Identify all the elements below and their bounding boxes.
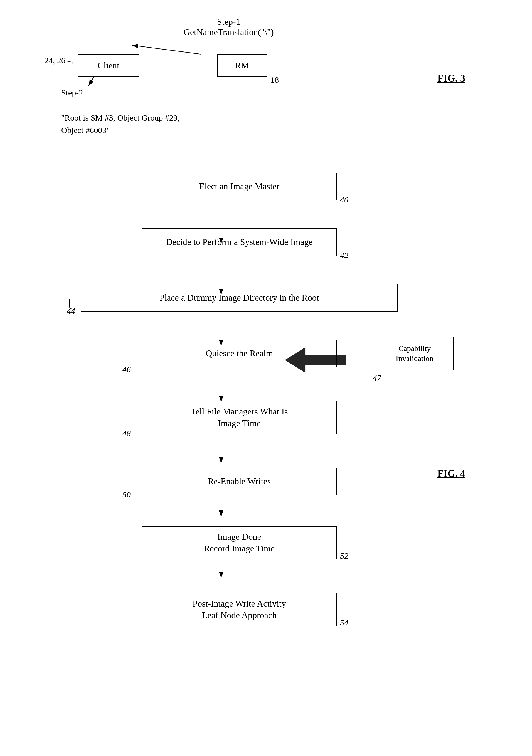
step2-area: Step-2 "Root is SM #3, Object Group #29,…: [61, 86, 180, 136]
annotation-18: 18: [271, 75, 279, 85]
annotation-52: 52: [340, 551, 348, 561]
step1-text: Step-1: [217, 17, 240, 27]
client-label: Client: [98, 60, 120, 71]
fig4-label: FIG. 4: [438, 468, 465, 479]
box47-text: Capability Invalidation: [396, 343, 433, 364]
step2-text: "Root is SM #3, Object Group #29, Object…: [61, 99, 180, 136]
box-image-done: Image Done Record Image Time: [142, 526, 337, 559]
box-elect-image-master: Elect an Image Master: [142, 173, 337, 201]
annotation-2426: 24, 26: [44, 56, 66, 65]
step2-label: Step-2: [61, 86, 180, 99]
page: FIG. 3 Step-1 GetNameTranslation("\") 24…: [0, 0, 532, 756]
annotation-47: 47: [373, 373, 381, 383]
rm-box: RM: [217, 54, 267, 76]
box54-text: Post-Image Write Activity Leaf Node Appr…: [193, 598, 286, 621]
box44-text: Place a Dummy Image Directory in the Roo…: [159, 292, 319, 304]
step1-func: GetNameTranslation("\"): [184, 27, 274, 37]
annotation-40: 40: [340, 195, 348, 204]
annotation-54: 54: [340, 618, 348, 627]
step1-label: Step-1 GetNameTranslation("\"): [184, 17, 274, 37]
client-box: Client: [78, 54, 139, 76]
box-quiesce-realm: Quiesce the Realm: [142, 339, 337, 367]
box-tell-file-managers: Tell File Managers What Is Image Time: [142, 401, 337, 434]
box46-text: Quiesce the Realm: [206, 348, 273, 359]
box-dummy-image-dir: Place a Dummy Image Directory in the Roo…: [81, 284, 398, 312]
annotation-50: 50: [122, 490, 131, 500]
box-decide-system-wide: Decide to Perform a System-Wide Image: [142, 228, 337, 256]
box48-text: Tell File Managers What Is Image Time: [191, 406, 288, 429]
box-post-image: Post-Image Write Activity Leaf Node Appr…: [142, 593, 337, 626]
svg-line-3: [89, 77, 93, 86]
box-reenable-writes: Re-Enable Writes: [142, 468, 337, 496]
fig3-section: FIG. 3 Step-1 GetNameTranslation("\") 24…: [22, 11, 510, 156]
box42-text: Decide to Perform a System-Wide Image: [166, 236, 312, 248]
annotation-46: 46: [122, 364, 131, 374]
box40-text: Elect an Image Master: [199, 181, 279, 192]
rm-label: RM: [235, 60, 249, 71]
annotation-42: 42: [340, 251, 348, 260]
box52-text: Image Done Record Image Time: [204, 531, 275, 554]
annotation-44: 44: [67, 306, 75, 316]
box50-text: Re-Enable Writes: [208, 476, 271, 487]
svg-line-2: [132, 45, 200, 54]
box-capability-invalidation: Capability Invalidation: [376, 337, 454, 370]
fig4-section: FIG. 4 Elect an Image Master 40 Decide t…: [22, 173, 510, 690]
fig3-label: FIG. 3: [438, 72, 465, 84]
annotation-48: 48: [122, 429, 131, 438]
